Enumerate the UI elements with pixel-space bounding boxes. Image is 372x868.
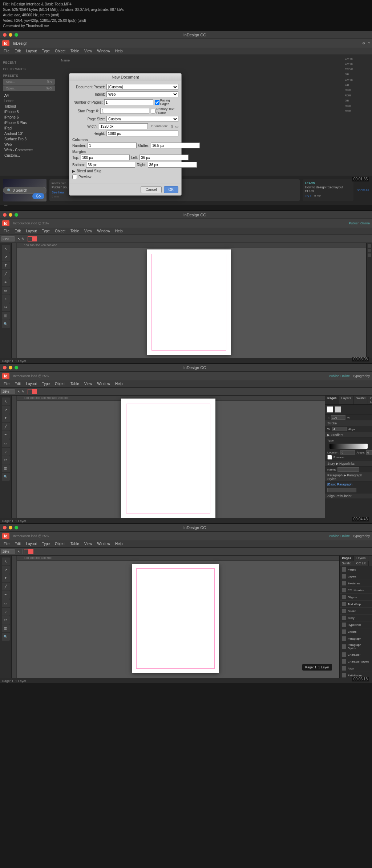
fill-color[interactable]	[32, 236, 37, 241]
tab-swatches-f4[interactable]: Swatcl	[340, 561, 354, 566]
hyperlinks-name-input[interactable]	[337, 467, 359, 472]
panel-item-effects[interactable]: Effects	[340, 628, 372, 635]
pages-input[interactable]	[104, 99, 153, 105]
menu-table-f2[interactable]: Table	[68, 229, 81, 233]
tool-line[interactable]: ╱	[2, 270, 10, 278]
tool-zoom-f3[interactable]: 🔍	[2, 473, 10, 481]
panel-item-character[interactable]: Character	[340, 651, 372, 658]
toolbar-icon-move-f4[interactable]: ↖	[18, 550, 21, 553]
close-button-f4[interactable]	[3, 526, 7, 529]
panel-item-stroke[interactable]: Stroke	[340, 608, 372, 615]
toolbar-icon-move-f3[interactable]: ↖	[18, 390, 21, 393]
tool-scissors[interactable]: ✂	[2, 303, 10, 311]
toolbar-icon-move[interactable]: ↖	[18, 237, 21, 241]
tool-select-f4[interactable]: ↖	[2, 557, 10, 565]
page-size-select[interactable]: Custom	[106, 116, 178, 122]
panel-item-pages[interactable]: Pages	[340, 566, 372, 573]
menu-layout-f4[interactable]: Layout	[24, 541, 39, 546]
tool-direct-f3[interactable]: ↗	[2, 406, 10, 414]
tool-scissors-f3[interactable]: ✂	[2, 456, 10, 464]
panel-item-glyphs[interactable]: Glyphs	[340, 594, 372, 601]
panel-item-hyperlinks[interactable]: Hyperlinks	[340, 621, 372, 628]
top-input[interactable]	[81, 155, 130, 160]
go-button[interactable]: Go	[32, 193, 44, 199]
try-it-link[interactable]: Try it	[305, 194, 311, 197]
preset-ipad[interactable]: iPad	[3, 125, 55, 131]
zoom-input-f4[interactable]	[1, 549, 15, 554]
publish-online-f2[interactable]: Publish Online	[349, 221, 370, 225]
zoom-input-f2[interactable]	[1, 236, 15, 241]
menu-window-f4[interactable]: Window	[95, 541, 112, 546]
start-page-input[interactable]	[100, 108, 149, 114]
preset-custom[interactable]: Custom...	[3, 153, 55, 158]
bottom-input[interactable]	[86, 162, 135, 168]
intent-select[interactable]: Web	[106, 91, 178, 97]
menu-object-f2[interactable]: Object	[53, 229, 68, 233]
panel-item-character-styles[interactable]: Character Styles	[340, 658, 372, 665]
gradient-angle-input[interactable]	[366, 450, 372, 455]
tab-cc-f3[interactable]: CC Lib	[368, 396, 372, 404]
right-input[interactable]	[148, 162, 197, 168]
right-icon-2[interactable]	[368, 249, 371, 252]
preview-checkbox[interactable]	[72, 175, 77, 179]
toolbar-icon-pen-f3[interactable]: ✎	[21, 390, 24, 393]
menu-file-f4[interactable]: File	[1, 541, 12, 546]
cancel-button[interactable]: Cancel	[141, 186, 161, 193]
preset-web[interactable]: Web	[3, 142, 55, 147]
tool-gradient[interactable]: ◫	[2, 312, 10, 320]
close-button[interactable]	[3, 33, 7, 37]
menu-type-f3[interactable]: Type	[40, 381, 52, 386]
columns-number-input[interactable]	[88, 143, 137, 148]
menu-view[interactable]: View	[82, 49, 94, 53]
tab-pages-f3[interactable]: Pages	[325, 396, 339, 404]
swatch-white[interactable]	[327, 406, 333, 413]
tool-ellipse[interactable]: ○	[2, 295, 10, 303]
tool-gradient-f3[interactable]: ◫	[2, 464, 10, 472]
gradient-location-input[interactable]	[340, 450, 355, 455]
menu-layout-f3[interactable]: Layout	[24, 381, 39, 386]
menu-file[interactable]: File	[1, 49, 12, 53]
tool-zoom-f4[interactable]: 🔍	[2, 633, 10, 641]
tool-pen[interactable]: ✒	[2, 278, 10, 286]
toolbar-icon-pen[interactable]: ✎	[21, 237, 24, 241]
panel-item-align[interactable]: Align	[340, 665, 372, 672]
panel-item-story[interactable]: Story	[340, 615, 372, 621]
preset-letter[interactable]: Letter	[3, 98, 55, 104]
preset-iphone6plus[interactable]: iPhone 6 Plus	[3, 120, 55, 125]
tool-text-f4[interactable]: T	[2, 574, 10, 582]
maximize-button-f3[interactable]	[15, 366, 18, 369]
width-input[interactable]	[99, 123, 148, 129]
right-icon-3[interactable]	[368, 253, 371, 257]
tool-direct-f4[interactable]: ↗	[2, 566, 10, 574]
menu-object-f3[interactable]: Object	[53, 381, 68, 386]
orientation-landscape[interactable]: ▭	[175, 124, 178, 128]
facing-pages-checkbox[interactable]	[155, 100, 159, 105]
menu-layout-f2[interactable]: Layout	[24, 229, 39, 233]
menu-view-f2[interactable]: View	[82, 229, 94, 233]
menu-object-f4[interactable]: Object	[53, 541, 68, 546]
preset-tabloid[interactable]: Tabloid	[3, 104, 55, 109]
gutter-input[interactable]	[151, 143, 200, 148]
paragraph-style-input[interactable]	[327, 488, 356, 492]
menu-edit-f4[interactable]: Edit	[12, 541, 23, 546]
maximize-button-f4[interactable]	[15, 526, 18, 529]
menu-type-f2[interactable]: Type	[40, 229, 52, 233]
tint-input[interactable]	[331, 415, 345, 420]
menu-layout[interactable]: Layout	[24, 49, 39, 53]
tab-layers-f3[interactable]: Layers	[339, 396, 354, 404]
preset-web-commerce[interactable]: Web - Commerce	[3, 147, 55, 153]
settings-icon[interactable]: ⚙	[362, 41, 365, 45]
preset-iphone5[interactable]: iPhone 5	[3, 109, 55, 115]
menu-help-f4[interactable]: Help	[113, 541, 125, 546]
tool-pen-f4[interactable]: ✒	[2, 591, 10, 599]
ok-button[interactable]: OK	[164, 186, 178, 193]
fill-color-f4[interactable]	[28, 549, 33, 554]
menu-view-f3[interactable]: View	[82, 381, 94, 386]
menu-window-f3[interactable]: Window	[95, 381, 112, 386]
primary-text-checkbox[interactable]	[151, 109, 155, 113]
maximize-button[interactable]	[15, 33, 18, 37]
tool-rect-f4[interactable]: ▭	[2, 599, 10, 607]
preset-select[interactable]: [Custom]	[106, 84, 178, 90]
preset-surface[interactable]: Surface Pro 3	[3, 136, 55, 142]
menu-help-f2[interactable]: Help	[113, 229, 125, 233]
